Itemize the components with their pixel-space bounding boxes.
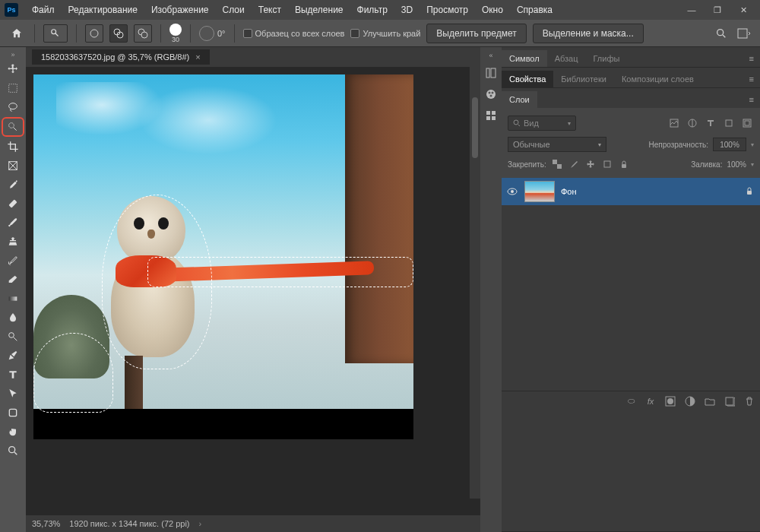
tab-paragraph[interactable]: Абзац: [547, 50, 586, 67]
filter-shape-icon[interactable]: [722, 116, 736, 130]
layer-name[interactable]: Фон: [561, 187, 739, 196]
zoom-level[interactable]: 35,73%: [32, 519, 60, 528]
gradient-tool[interactable]: [2, 290, 24, 308]
panel-menu-icon[interactable]: ≡: [743, 91, 760, 108]
select-and-mask-button[interactable]: Выделение и маска...: [533, 24, 644, 43]
adjustment-layer-icon[interactable]: [684, 395, 696, 407]
menu-layers[interactable]: Слои: [217, 2, 251, 18]
opacity-value[interactable]: 100%: [713, 138, 746, 151]
brush-size-picker[interactable]: 30: [169, 24, 182, 43]
new-layer-icon[interactable]: [724, 395, 736, 407]
delete-layer-icon[interactable]: [743, 395, 755, 407]
tools-expand-icon[interactable]: »: [2, 50, 24, 59]
lock-pixels-icon[interactable]: [568, 158, 580, 170]
lock-artboard-icon[interactable]: [601, 158, 613, 170]
lock-all-icon[interactable]: [618, 158, 630, 170]
crop-tool[interactable]: [2, 138, 24, 156]
tab-close-icon[interactable]: ×: [195, 52, 200, 62]
menu-filter[interactable]: Фильтр: [351, 2, 394, 18]
new-selection-mode[interactable]: [85, 24, 103, 43]
hand-tool[interactable]: [2, 423, 24, 441]
menu-image[interactable]: Изображение: [145, 2, 215, 18]
add-mask-icon[interactable]: [664, 395, 676, 407]
blend-mode-select[interactable]: Обычные ▾: [508, 137, 606, 152]
tab-glyphs[interactable]: Глифы: [586, 50, 628, 67]
menu-help[interactable]: Справка: [511, 2, 559, 18]
eyedropper-tool[interactable]: [2, 176, 24, 194]
filter-adjustment-icon[interactable]: [686, 116, 699, 130]
brush-tool[interactable]: [2, 214, 24, 232]
fill-value[interactable]: 100%: [727, 160, 746, 169]
window-close[interactable]: ✕: [731, 2, 755, 17]
menu-file[interactable]: Файл: [26, 2, 61, 18]
healing-tool[interactable]: [2, 195, 24, 213]
tool-preset-picker[interactable]: [43, 24, 68, 43]
layer-row[interactable]: Фон: [502, 178, 760, 205]
svg-point-6: [717, 29, 724, 35]
tab-layer-comps[interactable]: Композиции слоев: [614, 71, 701, 87]
enhance-edge-checkbox[interactable]: Улучшить край: [350, 29, 420, 38]
search-icon[interactable]: [713, 25, 730, 42]
subtract-selection-mode[interactable]: [134, 24, 152, 43]
tab-libraries[interactable]: Библиотеки: [553, 71, 614, 87]
menu-select[interactable]: Выделение: [289, 2, 350, 18]
marquee-tool[interactable]: [2, 79, 24, 97]
home-button[interactable]: [8, 24, 26, 43]
zoom-tool[interactable]: [2, 442, 24, 460]
swatches-panel-icon[interactable]: [483, 108, 499, 123]
eraser-tool[interactable]: [2, 271, 24, 289]
menu-text[interactable]: Текст: [252, 2, 287, 18]
layer-visibility-icon[interactable]: [506, 185, 518, 198]
lock-transparency-icon[interactable]: [551, 158, 563, 170]
tab-properties[interactable]: Свойства: [502, 71, 553, 87]
document-tab[interactable]: 1582033637520.jpg @ 35,7% (RGB/8#) ×: [32, 49, 210, 65]
pen-tool[interactable]: [2, 347, 24, 365]
document-dimensions[interactable]: 1920 пикс. x 1344 пикс. (72 ppi): [69, 519, 189, 528]
svg-point-0: [52, 29, 56, 33]
layer-thumbnail[interactable]: [524, 181, 555, 202]
menu-3d[interactable]: 3D: [395, 2, 419, 18]
vertical-scrollbar[interactable]: [470, 67, 480, 499]
workspace-switcher[interactable]: [736, 25, 752, 42]
window-restore[interactable]: ❐: [705, 2, 730, 17]
quick-selection-tool[interactable]: [2, 117, 24, 137]
brush-angle[interactable]: 0°: [199, 26, 226, 41]
sample-all-layers-checkbox[interactable]: Образец со всех слоев: [243, 29, 345, 38]
dock-icon-1[interactable]: [483, 65, 499, 81]
filter-smart-icon[interactable]: [740, 116, 754, 130]
canvas-image: [33, 74, 413, 409]
history-brush-tool[interactable]: [2, 252, 24, 270]
color-panel-icon[interactable]: [483, 87, 499, 102]
new-group-icon[interactable]: [704, 395, 716, 407]
layer-lock-icon[interactable]: [745, 186, 755, 197]
filter-pixel-icon[interactable]: [667, 116, 681, 130]
dodge-tool[interactable]: [2, 328, 24, 346]
select-subject-button[interactable]: Выделить предмет: [426, 24, 526, 43]
window-minimize[interactable]: —: [679, 2, 704, 17]
menu-view[interactable]: Просмотр: [420, 2, 474, 18]
lasso-tool[interactable]: [2, 98, 24, 116]
path-selection-tool[interactable]: [2, 385, 24, 403]
type-tool[interactable]: [2, 366, 24, 384]
layer-filter-kind[interactable]: Вид ▾: [508, 116, 576, 131]
link-layers-icon[interactable]: ⬭: [625, 395, 637, 407]
menu-window[interactable]: Окно: [476, 2, 509, 18]
svg-rect-25: [486, 116, 490, 120]
tab-character[interactable]: Символ: [502, 50, 547, 67]
dock-expand-icon[interactable]: «: [489, 52, 492, 59]
add-selection-mode[interactable]: [109, 24, 128, 43]
status-chevron-icon[interactable]: ›: [199, 519, 202, 528]
tab-layers[interactable]: Слои: [502, 91, 537, 108]
canvas[interactable]: [33, 74, 413, 439]
panel-menu-icon[interactable]: ≡: [743, 50, 760, 67]
blur-tool[interactable]: [2, 309, 24, 327]
move-tool[interactable]: [2, 60, 24, 78]
layer-fx-icon[interactable]: fx: [644, 395, 657, 407]
panel-menu-icon[interactable]: ≡: [743, 71, 760, 87]
rectangle-tool[interactable]: [2, 404, 24, 422]
lock-position-icon[interactable]: [584, 158, 597, 170]
clone-stamp-tool[interactable]: [2, 233, 24, 251]
filter-type-icon[interactable]: [704, 116, 717, 130]
menu-edit[interactable]: Редактирование: [62, 2, 144, 18]
frame-tool[interactable]: [2, 157, 24, 175]
